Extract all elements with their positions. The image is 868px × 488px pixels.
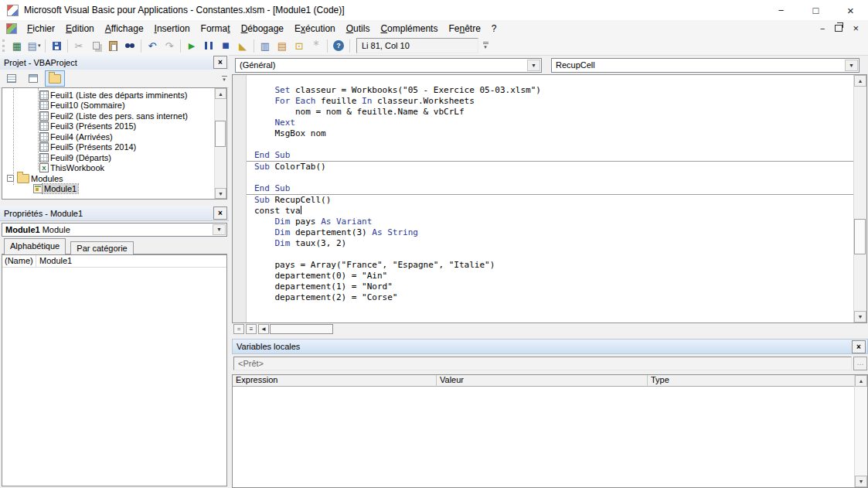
code-line[interactable] <box>254 249 854 260</box>
collapse-icon[interactable]: − <box>7 175 14 182</box>
tree-item-feuil1[interactable]: Feuil1 (Liste des départs imminents) <box>2 90 226 101</box>
menu-item-help[interactable]: ? <box>486 20 502 36</box>
menu-item-outils[interactable]: Outils <box>341 20 376 36</box>
code-line[interactable]: Dim departement(3) As String <box>254 227 854 238</box>
tab-alphabetic[interactable]: Alphabétique <box>4 238 66 254</box>
tree-item-feuil10[interactable]: Feuil10 (Sommaire) <box>2 101 226 111</box>
code-margin-bar[interactable] <box>233 75 247 322</box>
menu-item-edition[interactable]: Edition <box>60 20 100 36</box>
mdi-minimize-button[interactable]: − <box>820 24 825 33</box>
locals-scrollbar[interactable]: ▲ ▼ <box>854 375 867 487</box>
scroll-down-icon[interactable]: ▼ <box>854 311 866 322</box>
object-dropdown[interactable]: (Général) ▼ <box>235 58 542 73</box>
chevron-down-icon[interactable]: ▼ <box>845 60 858 71</box>
code-line[interactable]: MsgBox nom <box>254 128 854 139</box>
tree-item-feuil3[interactable]: Feuil3 (Présents 2015) <box>2 121 226 132</box>
design-mode-button[interactable]: ◣ <box>234 38 251 53</box>
properties-close-button[interactable]: × <box>213 206 227 220</box>
procedure-dropdown[interactable]: RecupCell ▼ <box>551 58 859 73</box>
tree-item-modules[interactable]: −Modules <box>2 173 226 184</box>
tree-scrollbar[interactable]: ▲ ▼ <box>214 88 226 199</box>
project-explorer-button[interactable]: ▥ <box>257 38 274 53</box>
project-overflow-button[interactable]: ▾ <box>220 71 229 87</box>
property-row[interactable]: (Name) Module1 <box>2 255 226 268</box>
mdi-restore-button[interactable] <box>835 25 842 32</box>
code-line[interactable]: Set classeur = Workbooks("05 - Exercice … <box>254 85 854 96</box>
scroll-down-icon[interactable]: ▼ <box>215 188 226 199</box>
code-line[interactable]: Sub RecupCell() <box>254 195 854 206</box>
insert-userform-button[interactable]: ▤▾ <box>26 38 43 53</box>
code-line[interactable]: End Sub <box>247 183 854 195</box>
close-button[interactable]: × <box>833 0 868 20</box>
locals-column-valeur[interactable]: Valeur <box>437 375 648 387</box>
procedure-view-button[interactable]: = <box>233 324 244 334</box>
locals-close-button[interactable]: × <box>852 340 866 353</box>
toggle-folders-button[interactable] <box>45 70 65 87</box>
scroll-down-icon[interactable]: ▼ <box>855 476 867 487</box>
chevron-down-icon[interactable]: ▼ <box>527 60 540 71</box>
break-button[interactable] <box>200 38 217 53</box>
code-line[interactable]: Dim pays As Variant <box>254 217 854 227</box>
tree-item-thisworkbook[interactable]: XThisWorkbook <box>2 163 226 174</box>
find-button[interactable] <box>121 38 138 53</box>
code-line[interactable]: Sub ColorTab() <box>254 162 854 172</box>
scroll-up-icon[interactable]: ▲ <box>215 88 226 99</box>
locals-column-type[interactable]: Type <box>648 375 855 387</box>
minimize-button[interactable]: − <box>764 0 798 20</box>
menu-item-fenetre[interactable]: Fenêtre <box>443 20 485 36</box>
code-line[interactable]: departement(2) = "Corse" <box>254 292 854 303</box>
project-close-button[interactable]: × <box>213 56 227 69</box>
tab-categorized[interactable]: Par catégorie <box>70 241 133 255</box>
properties-object-dropdown[interactable]: Module1 Module ▼ <box>2 223 227 237</box>
code-line[interactable]: Next <box>254 118 854 128</box>
reset-button[interactable]: ■ <box>217 38 234 53</box>
scrollbar-thumb[interactable] <box>215 121 226 147</box>
scrollbar-thumb[interactable] <box>270 324 333 334</box>
tree-item-module1[interactable]: Module1 <box>2 184 226 195</box>
menu-item-fichier[interactable]: Fichier <box>22 20 60 36</box>
code-line[interactable]: End Sub <box>247 150 854 162</box>
menu-item-insertion[interactable]: Insertion <box>149 20 196 36</box>
code-line[interactable] <box>254 139 854 150</box>
tree-item-feuil9[interactable]: Feuil9 (Départs) <box>2 152 226 163</box>
code-line[interactable]: For Each feuille In classeur.Worksheets <box>254 96 854 107</box>
code-vertical-scrollbar[interactable]: ▲ ▼ <box>853 75 866 322</box>
code-line[interactable]: nom = nom & feuille.Name & vbCrLf <box>254 107 854 118</box>
view-excel-button[interactable]: ▦ <box>9 38 26 53</box>
code-editor[interactable]: Set classeur = Workbooks("05 - Exercice … <box>247 75 854 322</box>
call-stack-button[interactable]: ... <box>853 357 867 370</box>
code-line[interactable]: departement(1) = "Nord" <box>254 282 854 292</box>
property-value[interactable]: Module1 <box>36 255 72 267</box>
undo-button[interactable]: ↶ <box>144 38 161 53</box>
code-line[interactable]: departement(0) = "Ain" <box>254 271 854 282</box>
scrollbar-thumb[interactable] <box>854 219 866 254</box>
tree-item-feuil5[interactable]: Feuil5 (Présents 2014) <box>2 142 226 153</box>
code-line[interactable] <box>254 172 854 183</box>
menu-item-debogage[interactable]: Débogage <box>236 20 289 36</box>
chevron-down-icon[interactable]: ▼ <box>213 224 226 235</box>
locals-column-expression[interactable]: Expression <box>233 375 437 387</box>
paste-button[interactable] <box>104 38 121 53</box>
menu-item-affichage[interactable]: Affichage <box>100 20 149 36</box>
view-object-button[interactable] <box>23 70 43 87</box>
mdi-close-button[interactable]: × <box>853 22 859 34</box>
run-button[interactable]: ▶ <box>183 38 200 53</box>
toolbar-grip[interactable] <box>2 39 5 52</box>
code-line[interactable]: Dim taux(3, 2) <box>254 238 854 249</box>
menu-item-format[interactable]: Format <box>196 20 236 36</box>
code-line[interactable]: const tva <box>254 206 854 217</box>
maximize-button[interactable]: □ <box>798 0 833 20</box>
tree-item-feuil2[interactable]: Feuil2 (Liste des pers. sans internet) <box>2 111 226 121</box>
save-button[interactable] <box>48 38 65 53</box>
full-module-view-button[interactable]: ≡ <box>246 324 257 334</box>
menu-item-execution[interactable]: Exécution <box>289 20 341 36</box>
properties-window-button[interactable]: ▤ <box>274 38 291 53</box>
object-browser-button[interactable]: ⊡ <box>291 38 308 53</box>
view-code-button[interactable] <box>2 70 22 87</box>
help-button[interactable]: ? <box>330 38 347 53</box>
toolbar-overflow-button[interactable]: ▾ <box>481 38 490 53</box>
menu-item-complements[interactable]: Compléments <box>375 20 443 36</box>
scroll-up-icon[interactable]: ▲ <box>854 75 866 87</box>
scroll-up-icon[interactable]: ▲ <box>855 375 867 387</box>
code-line[interactable]: pays = Array("France", "Espagne", "Itali… <box>254 260 854 271</box>
